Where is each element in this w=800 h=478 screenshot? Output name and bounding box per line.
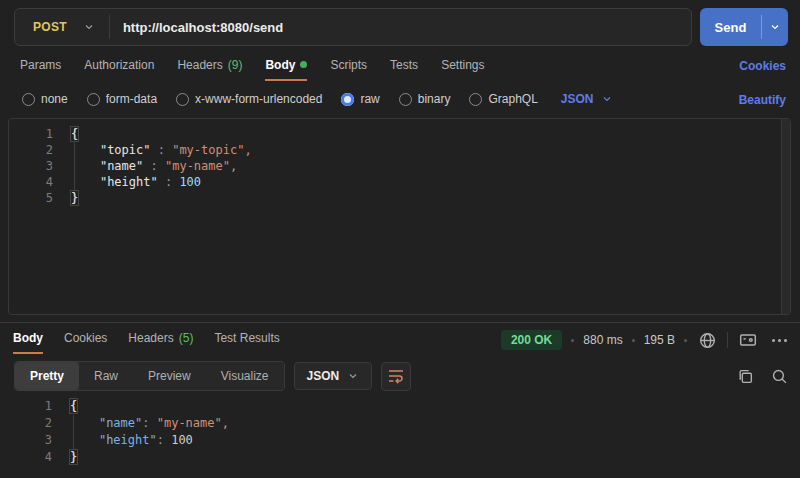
code-line: 2 "name": "my-name", [8,415,791,432]
view-tab-pretty[interactable]: Pretty [15,362,79,390]
tab-authorization[interactable]: Authorization [84,58,154,81]
tab-settings[interactable]: Settings [441,58,484,81]
body-type-none[interactable]: none [22,92,68,106]
modified-dot-icon [300,61,307,68]
body-type-form-data[interactable]: form-data [87,92,157,106]
tab-body[interactable]: Body [265,58,307,81]
response-toolbar-right [734,365,790,387]
response-tab-cookies[interactable]: Cookies [64,331,107,354]
tab-scripts[interactable]: Scripts [330,58,367,81]
response-tab-test-results[interactable]: Test Results [214,331,279,354]
chevron-down-icon [347,370,359,382]
wrap-text-icon [388,368,404,384]
globe-icon [699,332,716,349]
separator-dot [571,339,574,342]
body-type-binary[interactable]: binary [399,92,451,106]
response-tabs: BodyCookiesHeaders(5)Test Results [13,331,280,354]
response-size: 195 B [644,333,675,347]
view-tab-preview[interactable]: Preview [133,362,206,390]
send-options-button[interactable] [762,21,788,33]
more-options-button[interactable] [768,329,790,351]
status-badge: 200 OK [501,330,562,350]
request-url-bar[interactable]: POST http://localhost:8080/send [14,8,692,46]
chevron-down-icon [601,93,613,105]
code-line: 5} [9,190,790,206]
url-input[interactable]: http://localhost:8080/send [110,20,283,35]
method-selector[interactable]: POST [15,20,109,34]
raw-language-select[interactable]: JSON [561,92,613,106]
code-line: 4} [8,449,791,466]
cookies-link[interactable]: Cookies [739,59,786,73]
beautify-link[interactable]: Beautify [739,93,786,107]
radio-icon [341,93,354,106]
editor-scrollbar[interactable] [781,119,790,314]
radio-icon [469,93,482,106]
method-label: POST [33,20,67,34]
request-tabs: ParamsAuthorizationHeaders(9)BodyScripts… [20,58,484,81]
response-toolbar: PrettyRawPreviewVisualize JSON [14,361,790,391]
body-type-row: noneform-datax-www-form-urlencodedrawbin… [22,92,613,106]
radio-icon [22,93,35,106]
radio-icon [87,93,100,106]
network-info-button[interactable] [696,329,718,351]
radio-icon [399,93,412,106]
response-meta: 200 OK 880 ms 195 B [501,329,790,351]
separator-dot [632,339,635,342]
response-time: 880 ms [583,333,622,347]
send-button-label: Send [700,20,761,35]
wrap-text-button[interactable] [381,362,411,391]
code-line: 3 "height": 100 [8,432,791,449]
body-type-x-www-form-urlencoded[interactable]: x-www-form-urlencoded [176,92,322,106]
view-tab-visualize[interactable]: Visualize [206,362,284,390]
chevron-down-icon [769,21,781,33]
copy-response-button[interactable] [734,365,756,387]
send-button[interactable]: Send [700,8,788,46]
response-format-select[interactable]: JSON [294,362,373,390]
request-url-row: POST http://localhost:8080/send Send [0,8,800,46]
separator-dot [684,339,687,342]
request-body-editor[interactable]: 1{2 "topic" : "my-topic",3 "name" : "my-… [8,118,791,315]
tab-params[interactable]: Params [20,58,61,81]
search-response-button[interactable] [768,365,790,387]
response-body-editor[interactable]: 1{2 "name": "my-name",3 "height": 1004} [8,394,791,474]
response-tab-headers[interactable]: Headers(5) [128,331,193,354]
search-icon [771,368,788,385]
body-type-raw[interactable]: raw [341,92,379,106]
save-response-button[interactable] [737,329,759,351]
tab-headers[interactable]: Headers(9) [177,58,242,81]
response-tab-body[interactable]: Body [13,331,43,354]
code-line: 2 "topic" : "my-topic", [9,142,790,158]
api-client-window: POST http://localhost:8080/send Send Par… [0,0,800,478]
chevron-down-icon [83,21,95,33]
section-divider [0,322,800,323]
save-response-icon [739,331,757,349]
divider [727,332,728,348]
format-label: JSON [307,369,340,383]
body-type-graphql[interactable]: GraphQL [469,92,537,106]
view-tab-raw[interactable]: Raw [79,362,133,390]
code-line: 1{ [9,126,790,142]
code-line: 3 "name" : "my-name", [9,158,790,174]
response-view-tabs: PrettyRawPreviewVisualize [14,361,285,391]
copy-icon [737,368,754,385]
tab-tests[interactable]: Tests [390,58,418,81]
code-line: 1{ [8,398,791,415]
radio-icon [176,93,189,106]
code-line: 4 "height" : 100 [9,174,790,190]
